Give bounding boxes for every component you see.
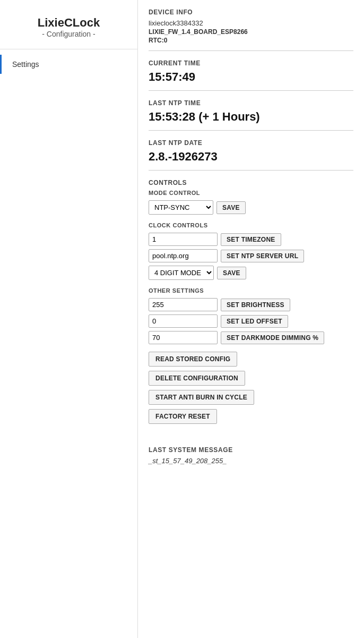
brightness-input-wrap	[149, 298, 218, 311]
mode-save-button[interactable]: SAVE	[216, 201, 246, 214]
digit-save-button[interactable]: SAVE	[217, 267, 246, 279]
sidebar-nav: Settings	[0, 49, 137, 79]
controls-section: CONTROLS MODE CONTROL NTP-SYNC MANUAL CO…	[149, 171, 353, 438]
mode-control-label: MODE CONTROL	[149, 190, 353, 196]
last-system-message-section: LAST SYSTEM MESSAGE _st_15_57_49_208_255…	[149, 438, 353, 471]
darkmode-input-wrap	[149, 331, 218, 344]
action-buttons-group: READ STORED CONFIG DELETE CONFIGURATION …	[149, 352, 353, 424]
read-config-button[interactable]: READ STORED CONFIG	[149, 352, 237, 367]
anti-burn-button[interactable]: START ANTI BURN IN CYCLE	[149, 390, 254, 405]
darkmode-input[interactable]	[149, 331, 218, 344]
mode-control-row: NTP-SYNC MANUAL COUNTDOWN SAVE	[149, 200, 353, 215]
darkmode-row: SET DARKMODE DIMMING %	[149, 331, 353, 344]
clock-controls-label: CLOCK CONTROLS	[149, 222, 353, 228]
set-darkmode-button[interactable]: SET DARKMODE DIMMING %	[221, 331, 324, 344]
other-settings-label: OTHER SETTINGS	[149, 287, 353, 294]
timezone-row: SET TIMEZONE	[149, 233, 353, 246]
device-info-section: DEVICE INFO lixieclock3384332 LIXIE_FW_1…	[149, 0, 353, 51]
controls-label: CONTROLS	[149, 179, 353, 186]
last-ntp-time-label: LAST NTP TIME	[149, 99, 353, 107]
last-ntp-date-value: 2.8.-1926273	[149, 150, 353, 164]
digit-mode-row: 4 DIGIT MODE 6 DIGIT MODE SAVE	[149, 266, 353, 280]
main-content: DEVICE INFO lixieclock3384332 LIXIE_FW_1…	[138, 0, 364, 638]
set-brightness-button[interactable]: SET BRIGHTNESS	[221, 299, 290, 311]
app-title: LixieCLock	[11, 16, 127, 30]
ntp-server-row: SET NTP SERVER URL	[149, 249, 353, 262]
sidebar-item-label: Settings	[12, 60, 39, 69]
other-settings-group: OTHER SETTINGS SET BRIGHTNESS SET LED OF…	[149, 287, 353, 344]
current-time-value: 15:57:49	[149, 70, 353, 84]
set-timezone-button[interactable]: SET TIMEZONE	[221, 233, 281, 246]
last-ntp-date-label: LAST NTP DATE	[149, 139, 353, 147]
led-offset-input-wrap	[149, 314, 218, 328]
last-system-message-label: LAST SYSTEM MESSAGE	[149, 446, 353, 454]
sidebar: LixieCLock - Configuration - Settings	[0, 0, 138, 638]
rtc-value: RTC:0	[149, 37, 353, 44]
last-system-message-value: _st_15_57_49_208_255_	[149, 457, 353, 465]
led-offset-row: SET LED OFFSET	[149, 314, 353, 328]
last-ntp-date-section: LAST NTP DATE 2.8.-1926273	[149, 131, 353, 171]
digit-mode-select[interactable]: 4 DIGIT MODE 6 DIGIT MODE	[149, 266, 214, 280]
device-name: lixieclock3384332	[149, 19, 353, 27]
device-info-label: DEVICE INFO	[149, 8, 353, 16]
set-ntp-server-button[interactable]: SET NTP SERVER URL	[221, 250, 304, 262]
factory-reset-button[interactable]: FACTORY RESET	[149, 409, 217, 424]
app-subtitle: - Configuration -	[11, 30, 127, 38]
firmware-version: LIXIE_FW_1.4_BOARD_ESP8266	[149, 28, 353, 36]
delete-config-button[interactable]: DELETE CONFIGURATION	[149, 371, 245, 386]
sidebar-logo: LixieCLock - Configuration -	[0, 11, 137, 49]
set-led-offset-button[interactable]: SET LED OFFSET	[221, 315, 288, 328]
ntp-server-input[interactable]	[149, 249, 218, 262]
timezone-input[interactable]	[149, 233, 218, 246]
mode-control-group: MODE CONTROL NTP-SYNC MANUAL COUNTDOWN S…	[149, 190, 353, 215]
current-time-section: CURRENT TIME 15:57:49	[149, 51, 353, 91]
sidebar-item-settings[interactable]: Settings	[0, 55, 137, 74]
brightness-input[interactable]	[149, 298, 218, 311]
led-offset-input[interactable]	[149, 314, 218, 328]
clock-controls-group: CLOCK CONTROLS SET TIMEZONE SET NTP SERV…	[149, 222, 353, 280]
timezone-input-wrap	[149, 233, 218, 246]
last-ntp-time-section: LAST NTP TIME 15:53:28 (+ 1 Hours)	[149, 91, 353, 131]
current-time-label: CURRENT TIME	[149, 59, 353, 67]
mode-control-select[interactable]: NTP-SYNC MANUAL COUNTDOWN	[149, 200, 213, 215]
last-ntp-time-value: 15:53:28 (+ 1 Hours)	[149, 110, 353, 124]
brightness-row: SET BRIGHTNESS	[149, 298, 353, 311]
